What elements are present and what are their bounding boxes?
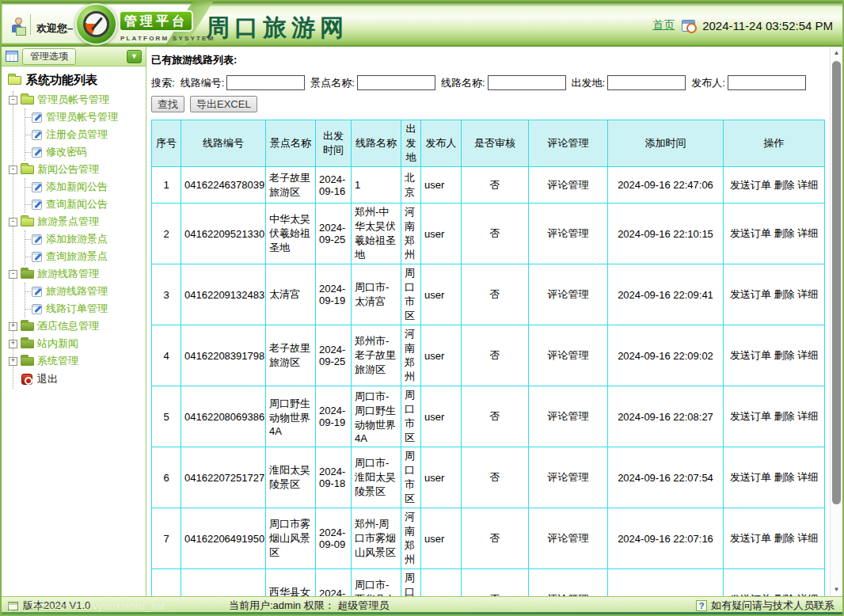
- table-cell-actions: 发送订单 删除 详细: [724, 386, 825, 447]
- table-cell[interactable]: 评论管理: [529, 386, 608, 447]
- table-cell: user: [421, 167, 462, 203]
- detail-link[interactable]: 详细: [797, 349, 818, 361]
- window-icon: [8, 602, 18, 610]
- expander-icon[interactable]: -: [9, 270, 17, 279]
- send-order-link[interactable]: 发送订单: [730, 227, 771, 239]
- search-input-2[interactable]: [488, 75, 566, 90]
- table-cell: 周口野生动物世界4A: [266, 386, 316, 447]
- tree-group[interactable]: -新闻公告管理: [13, 161, 144, 178]
- tree-leaf[interactable]: 添加新闻公告: [25, 178, 144, 196]
- tree-leaf-label: 添加新闻公告: [46, 180, 108, 194]
- comment-manage-link[interactable]: 评论管理: [548, 349, 589, 361]
- tree-leaf[interactable]: 修改密码: [25, 143, 144, 161]
- scroll-down-arrow-icon[interactable]: ▼: [831, 584, 842, 596]
- comment-manage-link[interactable]: 评论管理: [548, 288, 589, 300]
- tree-leaf[interactable]: 管理员帐号管理: [25, 108, 144, 126]
- comment-manage-link[interactable]: 评论管理: [548, 471, 589, 483]
- search-input-3[interactable]: [607, 75, 686, 90]
- delete-link[interactable]: 删除: [774, 471, 795, 483]
- search-input-4[interactable]: [728, 75, 806, 90]
- send-order-link[interactable]: 发送订单: [730, 179, 771, 191]
- table-cell: 2024-09-16 22:47:06: [608, 167, 724, 203]
- list-title: 已有旅游线路列表:: [151, 53, 825, 67]
- expander-icon[interactable]: +: [9, 322, 17, 331]
- tree-group[interactable]: -旅游景点管理: [13, 213, 144, 230]
- comment-manage-link[interactable]: 评论管理: [548, 227, 589, 239]
- delete-link[interactable]: 删除: [774, 288, 795, 300]
- detail-link[interactable]: 详细: [797, 471, 818, 483]
- table-cell: 周口市-太清宫: [352, 264, 401, 325]
- collapse-sidebar-button[interactable]: ▼: [127, 50, 142, 63]
- table-cell: 2024-09-18: [316, 447, 352, 508]
- manage-options-button[interactable]: 管理选项: [22, 48, 76, 65]
- tree-group[interactable]: +酒店信息管理: [13, 318, 144, 335]
- tree-group[interactable]: +系统管理: [13, 352, 144, 370]
- table-cell[interactable]: 评论管理: [529, 569, 608, 597]
- edit-note-icon: [32, 112, 42, 123]
- send-order-link[interactable]: 发送订单: [730, 532, 771, 544]
- tree-group[interactable]: -旅游线路管理: [13, 265, 144, 283]
- table-row: 204162209521330中华太昊伏羲始祖圣地2024-09-25郑州-中华…: [152, 203, 825, 264]
- table-cell[interactable]: 评论管理: [529, 264, 608, 325]
- tree-group[interactable]: +站内新闻: [13, 335, 144, 352]
- detail-link[interactable]: 详细: [797, 179, 818, 191]
- tree-leaf[interactable]: 注册会员管理: [25, 126, 144, 143]
- expander-icon[interactable]: -: [9, 165, 17, 174]
- routes-table: 序号线路编号景点名称出发时间线路名称出发地发布人是否审核评论管理添加时间操作 1…: [151, 120, 825, 596]
- scroll-up-arrow-icon[interactable]: ▲: [831, 47, 842, 59]
- export-excel-button[interactable]: 导出EXCEL: [190, 96, 257, 112]
- find-button[interactable]: 查找: [151, 96, 184, 112]
- table-cell: 2024-09-16: [316, 167, 352, 203]
- table-cell: 河南郑州: [401, 325, 421, 386]
- tree-leaf[interactable]: 添加旅游景点: [25, 230, 144, 248]
- send-order-link[interactable]: 发送订单: [730, 349, 771, 361]
- home-link[interactable]: 首页: [652, 18, 675, 32]
- table-cell: 周口市-西华县女娲城景区: [352, 569, 401, 597]
- delete-link[interactable]: 删除: [774, 227, 795, 239]
- search-input-0[interactable]: [226, 75, 305, 90]
- table-cell[interactable]: 评论管理: [529, 447, 608, 508]
- table-cell[interactable]: 评论管理: [529, 508, 608, 569]
- sidebar-item-exit[interactable]: 退出: [13, 370, 144, 389]
- table-cell: 2: [152, 203, 181, 264]
- tree-group[interactable]: -管理员帐号管理: [13, 91, 144, 108]
- comment-manage-link[interactable]: 评论管理: [548, 179, 589, 191]
- column-header: 评论管理: [529, 120, 608, 167]
- detail-link[interactable]: 详细: [797, 532, 818, 544]
- comment-manage-link[interactable]: 评论管理: [548, 532, 589, 544]
- delete-link[interactable]: 删除: [774, 532, 795, 544]
- table-cell[interactable]: 评论管理: [529, 203, 608, 264]
- folder-icon: [21, 322, 34, 331]
- delete-link[interactable]: 删除: [774, 179, 795, 191]
- send-order-link[interactable]: 发送订单: [730, 288, 771, 300]
- detail-link[interactable]: 详细: [797, 410, 818, 422]
- tree-leaf-label: 查询新闻公告: [46, 197, 108, 211]
- table-cell: 郑州-周口市雾烟山风景区: [352, 508, 401, 569]
- expander-icon[interactable]: -: [9, 218, 17, 226]
- scrollbar-thumb[interactable]: [832, 61, 841, 504]
- table-cell: 老子故里旅游区: [266, 325, 316, 386]
- vertical-scrollbar[interactable]: ▲ ▼: [830, 47, 842, 596]
- tree-leaf[interactable]: 查询旅游景点: [25, 248, 144, 265]
- table-cell: 老子故里旅游区: [266, 167, 316, 203]
- comment-manage-link[interactable]: 评论管理: [548, 410, 589, 422]
- table-cell: user: [421, 386, 462, 447]
- send-order-link[interactable]: 发送订单: [730, 471, 771, 483]
- table-cell[interactable]: 评论管理: [529, 167, 608, 203]
- delete-link[interactable]: 删除: [774, 349, 795, 361]
- detail-link[interactable]: 详细: [797, 227, 818, 239]
- expander-icon[interactable]: +: [9, 357, 17, 366]
- tree-leaf[interactable]: 旅游线路管理: [25, 283, 144, 300]
- current-datetime: 2024-11-24 03:52:54 PM: [702, 19, 833, 32]
- expander-icon[interactable]: +: [9, 340, 17, 348]
- tree-root-label: 系统功能列表: [26, 73, 97, 88]
- site-title: 周口旅游网: [206, 12, 348, 44]
- tree-leaf[interactable]: 线路订单管理: [25, 300, 144, 318]
- delete-link[interactable]: 删除: [774, 410, 795, 422]
- send-order-link[interactable]: 发送订单: [730, 410, 771, 422]
- expander-icon[interactable]: -: [9, 96, 17, 105]
- table-cell[interactable]: 评论管理: [529, 325, 608, 386]
- tree-leaf[interactable]: 查询新闻公告: [25, 196, 144, 213]
- detail-link[interactable]: 详细: [797, 288, 818, 300]
- search-input-1[interactable]: [357, 75, 435, 90]
